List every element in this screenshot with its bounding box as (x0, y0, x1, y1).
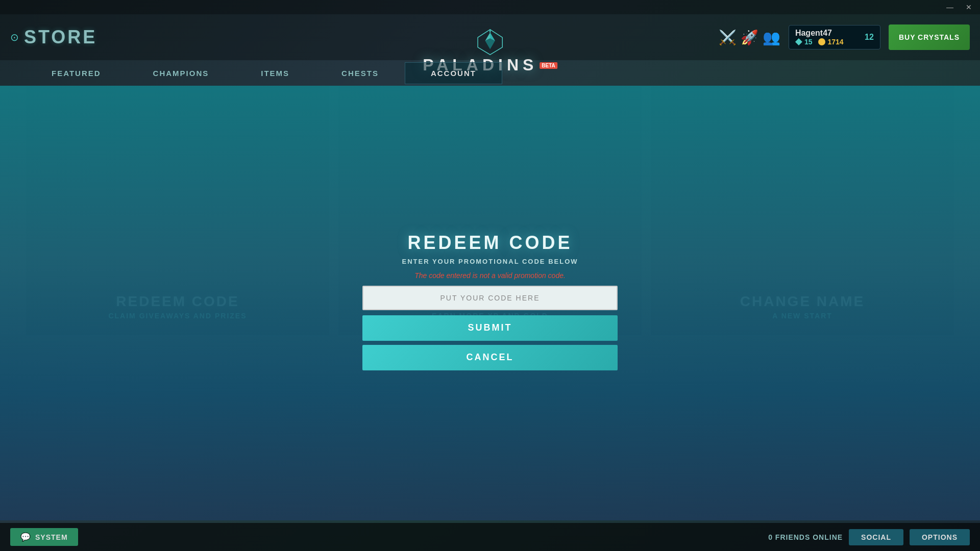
buy-crystals-button[interactable]: BUY CRYSTALS (889, 24, 970, 50)
tab-champions[interactable]: CHAMPIONS (127, 62, 235, 84)
group-icon[interactable]: 👥 (763, 29, 780, 46)
rocket-icon[interactable]: 🚀 (741, 29, 758, 46)
submit-button[interactable]: SUBMIT (362, 315, 618, 341)
modal-error-message: The code entered is not a valid promotio… (414, 271, 566, 280)
battle-icon[interactable]: ⚔️ (719, 29, 737, 46)
tab-account[interactable]: ACCOUNT (405, 62, 502, 84)
store-icon: ⊙ (10, 31, 19, 43)
tab-chests[interactable]: CHESTS (315, 62, 405, 84)
store-title-area: ⊙ STORE (10, 27, 97, 48)
header-right: ⚔️ 🚀 👥 Hagent47 15 1714 12 (719, 24, 970, 50)
modal-overlay: REDEEM CODE ENTER YOUR PROMOTIONAL CODE … (0, 86, 980, 520)
nav-icons: ⚔️ 🚀 👥 (719, 29, 780, 46)
system-button[interactable]: 💬 SYSTEM (10, 528, 78, 546)
bottom-right: 0 FRIENDS ONLINE SOCIAL OPTIONS (768, 529, 970, 545)
chat-icon: 💬 (20, 532, 31, 542)
social-button[interactable]: SOCIAL (849, 529, 903, 545)
bottom-bar: 💬 SYSTEM 0 FRIENDS ONLINE SOCIAL OPTIONS (0, 523, 980, 551)
title-bar: — ✕ (0, 0, 980, 14)
close-button[interactable]: ✕ (962, 2, 976, 12)
user-name: Hagent47 (795, 29, 844, 38)
gold-icon (818, 38, 825, 45)
crystal-icon (795, 38, 802, 45)
header: ⊙ STORE PALADINSBETA ⚔️ 🚀 👥 Hagent47 (0, 14, 980, 60)
main-content: REDEEM CODE CLAIM GIVEAWAYS AND PRIZES B… (26, 86, 954, 520)
user-info: Hagent47 15 1714 (795, 29, 844, 46)
tab-items[interactable]: ITEMS (235, 62, 315, 84)
friends-online-text: 0 FRIENDS ONLINE (768, 533, 843, 541)
user-level: 12 (865, 33, 874, 42)
modal-title: REDEEM CODE (407, 232, 572, 254)
modal-subtitle: ENTER YOUR PROMOTIONAL CODE BELOW (402, 258, 578, 265)
modal-content: REDEEM CODE ENTER YOUR PROMOTIONAL CODE … (362, 232, 618, 374)
user-card: Hagent47 15 1714 12 (789, 25, 880, 49)
promo-code-input[interactable] (362, 286, 618, 310)
cancel-button[interactable]: CANCEL (362, 345, 618, 370)
currency-row: 15 1714 (795, 38, 844, 46)
minimize-button[interactable]: — (942, 2, 958, 12)
gold-amount: 1714 (818, 38, 843, 46)
options-button[interactable]: OPTIONS (910, 529, 970, 545)
crystal-amount: 15 (795, 38, 813, 46)
store-title: STORE (24, 27, 97, 48)
paladins-logo-icon (475, 29, 505, 56)
nav-tabs: FEATURED CHAMPIONS ITEMS CHESTS ACCOUNT (0, 60, 980, 86)
tab-featured[interactable]: FEATURED (26, 62, 127, 84)
